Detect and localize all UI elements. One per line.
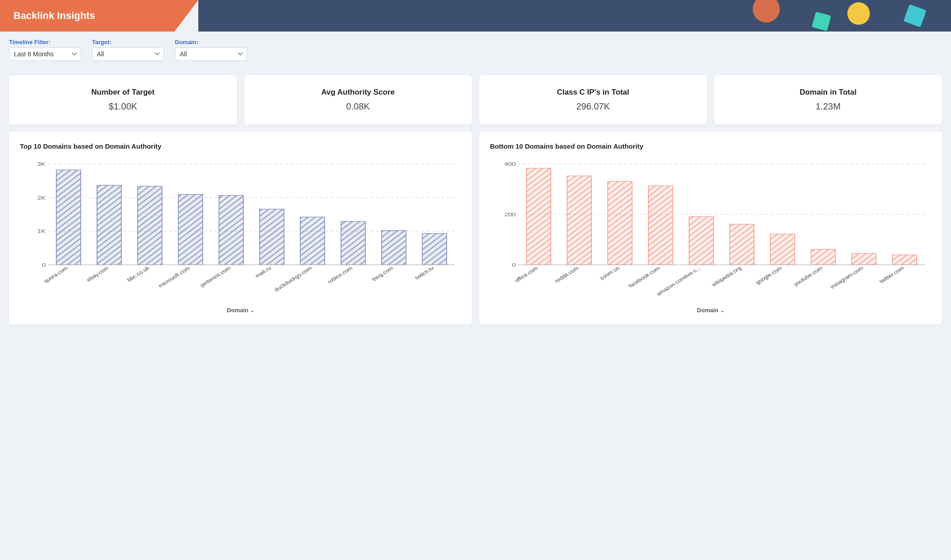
svg-rect-14 (137, 186, 162, 264)
decoration-shape-cyan (903, 4, 926, 27)
svg-text:1K: 1K (37, 228, 46, 234)
svg-rect-55 (852, 253, 876, 264)
svg-rect-49 (730, 224, 754, 265)
timeline-filter-group: Timeline Filter: Last 6 Months Last 3 Mo… (9, 39, 81, 61)
target-filter-select[interactable]: All (92, 47, 164, 61)
header-title-area: Backlink Insights (0, 0, 198, 32)
svg-text:0: 0 (42, 262, 46, 268)
svg-rect-24 (341, 221, 365, 264)
metric-card-1: Avg Authority Score 0.08K (244, 75, 472, 124)
svg-text:microsoft.com: microsoft.com (157, 265, 192, 289)
svg-text:office.com: office.com (513, 265, 540, 283)
bottom-domains-chart-card: Bottom 10 Domains based on Domain Author… (479, 132, 942, 324)
top-domains-chart-card: Top 10 Domains based on Domain Authority… (9, 132, 472, 324)
target-filter-group: Target: All (92, 39, 164, 61)
svg-text:roblox.com: roblox.com (326, 265, 354, 285)
svg-text:bing.com: bing.com (370, 265, 395, 282)
svg-text:wikipedia.org: wikipedia.org (710, 265, 743, 288)
domain-filter-group: Domain: All (175, 39, 247, 61)
metric-card-0: Number of Target $1.00K (9, 75, 237, 124)
svg-text:0: 0 (512, 262, 516, 268)
top-domains-svg: 01K2K3Kquora.comebay.combbc.co.ukmicroso… (20, 159, 461, 303)
domain-filter-select[interactable]: All (175, 47, 247, 61)
metrics-row: Number of Target $1.00K Avg Authority Sc… (0, 68, 951, 132)
decoration-shape-teal (812, 12, 831, 31)
svg-rect-18 (219, 196, 243, 265)
metric-value-0: $1.00K (20, 101, 226, 112)
svg-rect-47 (689, 217, 713, 265)
svg-rect-41 (567, 176, 591, 264)
top-domains-chart-area: 01K2K3Kquora.comebay.combbc.co.ukmicroso… (20, 159, 461, 303)
top-domains-chart-title: Top 10 Domains based on Domain Authority (20, 142, 461, 150)
header-background (198, 0, 951, 32)
svg-text:400: 400 (504, 161, 516, 167)
target-filter-label: Target: (92, 39, 164, 46)
timeline-filter-label: Timeline Filter: (9, 39, 81, 46)
chevron-down-icon-2: ⌄ (720, 308, 724, 313)
svg-text:pinterest.com: pinterest.com (199, 265, 232, 288)
bottom-domains-svg: 0200400office.comreddit.comzoom.usfacebo… (490, 159, 931, 303)
bottom-domains-chart-title: Bottom 10 Domains based on Domain Author… (490, 142, 931, 150)
svg-rect-16 (178, 195, 203, 265)
svg-rect-45 (649, 186, 673, 264)
svg-text:reddit.com: reddit.com (553, 265, 580, 284)
metric-title-2: Class C IP's in Total (490, 88, 696, 97)
svg-text:youtube.com: youtube.com (792, 265, 824, 287)
svg-rect-22 (300, 217, 325, 265)
svg-text:facebook.com: facebook.com (627, 265, 662, 289)
svg-text:3K: 3K (37, 161, 46, 167)
svg-text:google.com: google.com (754, 265, 783, 286)
svg-rect-20 (260, 209, 284, 265)
svg-text:quora.com: quora.com (42, 265, 70, 284)
page-title: Backlink Insights (14, 10, 95, 22)
svg-text:twitch.tv: twitch.tv (413, 265, 435, 281)
svg-text:ebay.com: ebay.com (85, 265, 110, 282)
svg-text:instagram.com: instagram.com (829, 265, 865, 290)
bottom-domains-chart-footer[interactable]: Domain ⌄ (490, 307, 931, 314)
svg-rect-57 (892, 255, 917, 265)
svg-text:amazon.comlive.c...: amazon.comlive.c... (655, 265, 702, 297)
decoration-circle-yellow (847, 2, 870, 25)
metric-card-3: Domain in Total 1.23M (714, 75, 942, 124)
svg-text:2K: 2K (37, 195, 46, 200)
metric-value-3: 1.23M (725, 101, 932, 112)
svg-text:200: 200 (504, 212, 516, 218)
decoration-circle-orange (753, 0, 780, 23)
svg-text:mail.ru: mail.ru (254, 265, 273, 279)
svg-rect-12 (97, 185, 121, 264)
bottom-domains-chart-area: 0200400office.comreddit.comzoom.usfacebo… (490, 159, 931, 303)
timeline-filter-select[interactable]: Last 6 Months Last 3 Months Last Month L… (9, 47, 81, 61)
metric-title-1: Avg Authority Score (255, 88, 462, 97)
svg-rect-10 (56, 170, 81, 264)
svg-text:zoom.us: zoom.us (598, 265, 621, 281)
svg-rect-28 (422, 233, 447, 264)
svg-rect-53 (811, 250, 835, 265)
svg-rect-26 (382, 231, 406, 265)
svg-text:bbc.co.uk: bbc.co.uk (126, 265, 151, 283)
charts-row: Top 10 Domains based on Domain Authority… (0, 132, 951, 333)
metric-card-2: Class C IP's in Total 296.07K (479, 75, 707, 124)
metric-title-3: Domain in Total (725, 88, 932, 97)
svg-text:twitter.com: twitter.com (878, 265, 905, 284)
svg-rect-39 (526, 168, 551, 264)
domain-filter-label: Domain: (175, 39, 247, 46)
svg-text:duckduckgo.com: duckduckgo.com (273, 265, 313, 293)
metric-value-2: 296.07K (490, 101, 696, 112)
page-header: Backlink Insights (0, 0, 951, 32)
metric-title-0: Number of Target (20, 88, 226, 97)
svg-rect-51 (770, 234, 795, 264)
svg-rect-43 (608, 182, 632, 265)
metric-value-1: 0.08K (255, 101, 462, 112)
top-domains-chart-footer[interactable]: Domain ⌄ (20, 307, 461, 314)
chevron-down-icon: ⌄ (250, 308, 254, 313)
filters-bar: Timeline Filter: Last 6 Months Last 3 Mo… (0, 32, 951, 68)
